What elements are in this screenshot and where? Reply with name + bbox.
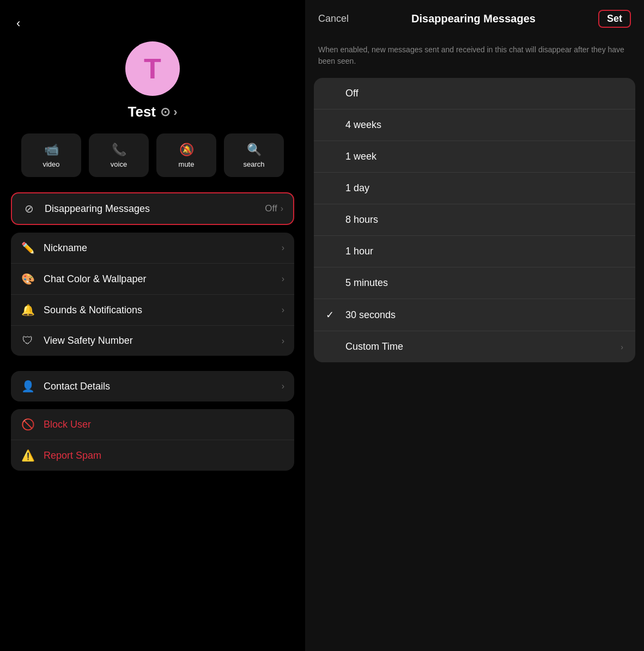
video-icon: 📹 — [44, 143, 59, 157]
options-list: Off 4 weeks 1 week 1 day 8 hours 1 hour — [314, 78, 635, 362]
safety-label: View Safety Number — [44, 335, 282, 346]
option-30-seconds-label: 30 seconds — [345, 309, 623, 321]
report-icon: ⚠️ — [21, 449, 35, 462]
sounds-label: Sounds & Notifications — [44, 305, 282, 316]
profile-name-text: Test — [128, 104, 156, 120]
settings-section-main: ✏️ Nickname › 🎨 Chat Color & Wallpaper ›… — [11, 233, 294, 356]
option-1-week[interactable]: 1 week — [314, 141, 635, 173]
disappearing-value: Off — [265, 203, 277, 214]
contact-details-section: 👤 Contact Details › — [11, 371, 294, 401]
sounds-notifications-row[interactable]: 🔔 Sounds & Notifications › — [11, 295, 294, 326]
voice-button[interactable]: 📞 voice — [89, 133, 149, 177]
avatar-letter: T — [144, 52, 161, 85]
disappearing-messages-row[interactable]: ⊘ Disappearing Messages Off › — [11, 192, 294, 225]
block-label: Block User — [44, 419, 284, 430]
option-8-hours[interactable]: 8 hours — [314, 204, 635, 236]
nickname-chevron: › — [282, 243, 284, 253]
option-4-weeks-label: 4 weeks — [345, 119, 623, 131]
chat-color-icon: 🎨 — [21, 272, 35, 285]
action-buttons-row: 📹 video 📞 voice 🔕 mute 🔍 search — [11, 133, 294, 177]
option-off[interactable]: Off — [314, 78, 635, 109]
mute-label: mute — [179, 160, 195, 168]
disappearing-label: Disappearing Messages — [45, 203, 265, 215]
contact-details-row[interactable]: 👤 Contact Details › — [11, 371, 294, 401]
right-description: When enabled, new messages sent and rece… — [305, 38, 644, 78]
profile-name-row: Test ⊙ › — [128, 104, 178, 120]
block-icon: 🚫 — [21, 418, 35, 431]
right-header: Cancel Disappearing Messages Set — [305, 0, 644, 38]
option-1-hour-label: 1 hour — [345, 246, 623, 257]
report-spam-row[interactable]: ⚠️ Report Spam — [11, 440, 294, 471]
profile-name-icons[interactable]: ⊙ › — [160, 105, 177, 119]
chat-color-row[interactable]: 🎨 Chat Color & Wallpaper › — [11, 264, 294, 295]
option-custom-time-label: Custom Time — [345, 341, 621, 352]
report-label: Report Spam — [44, 450, 284, 461]
option-5-minutes[interactable]: 5 minutes — [314, 267, 635, 299]
option-1-day[interactable]: 1 day — [314, 173, 635, 204]
left-panel: ‹ T Test ⊙ › 📹 video 📞 voice 🔕 mute 🔍 se… — [0, 0, 305, 651]
mute-icon: 🔕 — [179, 143, 194, 157]
search-label: search — [243, 160, 264, 168]
disappearing-icon: ⊘ — [22, 202, 36, 215]
search-icon: 🔍 — [247, 143, 262, 157]
safety-icon: 🛡 — [21, 334, 35, 347]
option-1-hour[interactable]: 1 hour — [314, 236, 635, 267]
set-button[interactable]: Set — [598, 10, 631, 28]
contact-chevron: › — [282, 381, 284, 391]
option-4-weeks[interactable]: 4 weeks — [314, 109, 635, 141]
chat-color-label: Chat Color & Wallpaper — [44, 273, 282, 285]
sounds-icon: 🔔 — [21, 303, 35, 317]
option-custom-time[interactable]: Custom Time › — [314, 331, 635, 362]
cancel-button[interactable]: Cancel — [318, 13, 349, 25]
option-off-label: Off — [345, 88, 623, 99]
safety-number-row[interactable]: 🛡 View Safety Number › — [11, 326, 294, 356]
voice-label: voice — [111, 160, 127, 168]
option-5-minutes-label: 5 minutes — [345, 277, 623, 289]
voice-icon: 📞 — [112, 143, 126, 157]
nickname-label: Nickname — [44, 242, 282, 254]
option-30-seconds[interactable]: ✓ 30 seconds — [314, 299, 635, 331]
nickname-row[interactable]: ✏️ Nickname › — [11, 233, 294, 264]
safety-chevron: › — [282, 336, 284, 346]
block-user-row[interactable]: 🚫 Block User — [11, 409, 294, 440]
video-button[interactable]: 📹 video — [21, 133, 81, 177]
mute-button[interactable]: 🔕 mute — [156, 133, 216, 177]
search-button[interactable]: 🔍 search — [224, 133, 284, 177]
nickname-icon: ✏️ — [21, 241, 35, 254]
chat-color-chevron: › — [282, 274, 284, 284]
check-30-seconds: ✓ — [326, 309, 337, 321]
video-label: video — [42, 160, 59, 168]
avatar: T — [125, 41, 180, 96]
sounds-chevron: › — [282, 305, 284, 315]
disappearing-chevron: › — [281, 204, 283, 214]
custom-time-chevron: › — [621, 343, 623, 351]
right-title: Disappearing Messages — [411, 13, 536, 25]
option-8-hours-label: 8 hours — [345, 214, 623, 226]
contact-icon: 👤 — [21, 380, 35, 393]
option-1-day-label: 1 day — [345, 182, 623, 194]
contact-label: Contact Details — [44, 381, 282, 392]
right-panel: Cancel Disappearing Messages Set When en… — [305, 0, 644, 651]
danger-section: 🚫 Block User ⚠️ Report Spam — [11, 409, 294, 471]
option-1-week-label: 1 week — [345, 151, 623, 162]
back-button[interactable]: ‹ — [16, 16, 20, 31]
